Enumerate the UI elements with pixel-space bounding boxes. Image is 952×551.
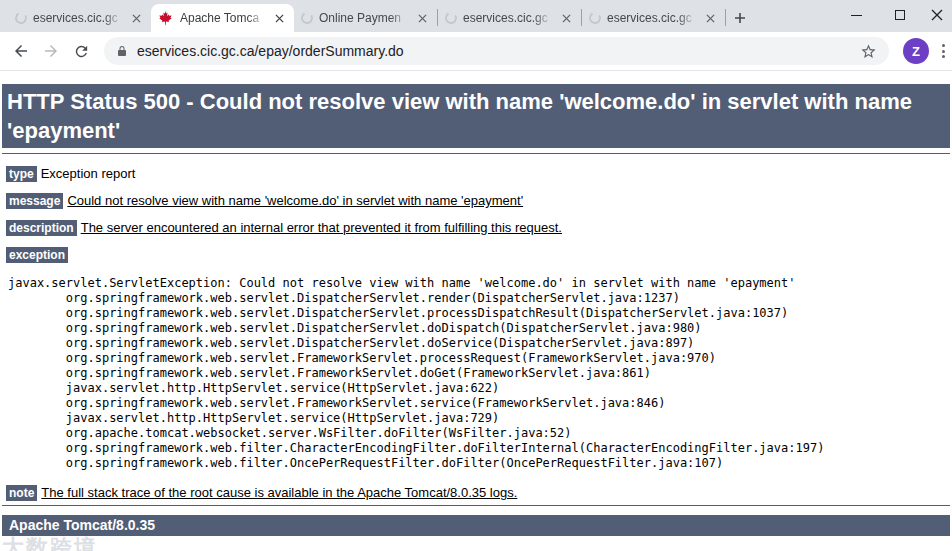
back-button[interactable]: [6, 36, 36, 66]
forward-arrow-icon: [42, 42, 60, 60]
tab-close-icon[interactable]: [128, 10, 144, 26]
tab-eservices-3[interactable]: eservices.cic.gc: [582, 4, 725, 32]
divider: [2, 505, 950, 506]
plus-icon: [734, 12, 746, 24]
loading-spinner-icon: [588, 11, 603, 26]
forward-button[interactable]: [36, 36, 66, 66]
note-label: note: [6, 485, 37, 501]
message-row: messageCould not resolve view with name …: [6, 193, 950, 208]
profile-avatar[interactable]: Z: [903, 38, 929, 64]
type-row: typeException report: [6, 166, 950, 181]
error-page-title: HTTP Status 500 - Could not resolve view…: [2, 84, 950, 148]
back-arrow-icon: [12, 42, 30, 60]
stack-trace: javax.servlet.ServletException: Could no…: [8, 276, 950, 471]
window-controls: [834, 0, 952, 30]
page-content: HTTP Status 500 - Could not resolve view…: [0, 84, 952, 551]
minimize-icon: [851, 15, 862, 16]
tab-title: Online Paymen: [319, 11, 408, 25]
message-value: Could not resolve view with name 'welcom…: [67, 193, 523, 208]
reload-icon: [73, 43, 90, 60]
loading-spinner-icon: [300, 11, 315, 26]
url-text[interactable]: eservices.cic.gc.ca/epay/orderSummary.do: [137, 43, 851, 59]
tab-close-icon[interactable]: [558, 10, 574, 26]
close-icon: [931, 9, 943, 21]
description-value: The server encountered an internal error…: [81, 220, 562, 235]
tab-title: eservices.cic.gc: [33, 11, 122, 25]
tab-close-icon[interactable]: [414, 10, 430, 26]
address-bar[interactable]: eservices.cic.gc.ca/epay/orderSummary.do: [104, 37, 889, 65]
description-row: descriptionThe server encountered an int…: [6, 220, 950, 235]
tab-apache-tomcat-active[interactable]: Apache Tomca: [151, 4, 294, 32]
divider: [2, 153, 950, 154]
loading-spinner-icon: [444, 11, 459, 26]
message-label: message: [6, 193, 63, 209]
loading-spinner-icon: [14, 11, 29, 26]
exception-label: exception: [6, 247, 68, 263]
maximize-icon: [895, 10, 905, 20]
exception-row: exception: [6, 247, 950, 262]
tab-title: eservices.cic.gc: [607, 11, 696, 25]
reload-button[interactable]: [66, 36, 96, 66]
description-label: description: [6, 220, 77, 236]
tab-eservices-1[interactable]: eservices.cic.gc: [8, 4, 151, 32]
tab-close-icon[interactable]: [702, 10, 718, 26]
tomcat-version-footer: Apache Tomcat/8.0.35: [2, 515, 950, 536]
close-window-button[interactable]: [922, 0, 952, 30]
tab-strip: eservices.cic.gc Apache Tomca Online Pay…: [0, 0, 952, 32]
type-label: type: [6, 166, 37, 182]
browser-toolbar: eservices.cic.gc.ca/epay/orderSummary.do…: [0, 32, 952, 71]
note-row: noteThe full stack trace of the root cau…: [6, 485, 950, 500]
lock-icon: [116, 44, 128, 58]
maximize-button[interactable]: [878, 0, 922, 30]
tab-close-icon[interactable]: [271, 10, 287, 26]
tab-eservices-2[interactable]: eservices.cic.gc: [438, 4, 581, 32]
note-value: The full stack trace of the root cause i…: [41, 485, 517, 500]
tab-online-payment[interactable]: Online Paymen: [294, 4, 437, 32]
type-value: Exception report: [41, 166, 136, 181]
bookmark-star-icon[interactable]: [860, 43, 877, 60]
minimize-button[interactable]: [834, 0, 878, 30]
tab-title: Apache Tomca: [180, 11, 265, 25]
browser-menu-button[interactable]: [936, 38, 950, 64]
maple-leaf-icon: [158, 10, 174, 26]
new-tab-button[interactable]: [726, 4, 754, 32]
tab-title: eservices.cic.gc: [463, 11, 552, 25]
